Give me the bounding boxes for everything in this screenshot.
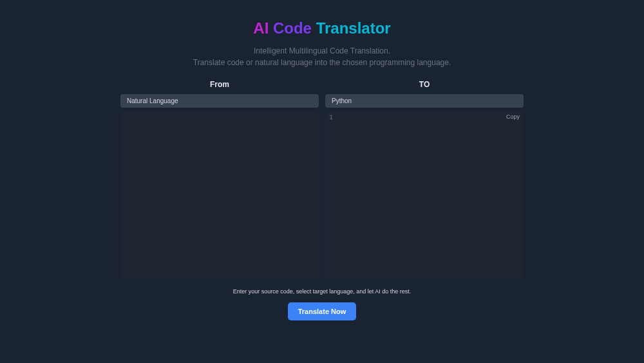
page-title: AI Code Translator bbox=[253, 19, 390, 37]
subtitle-line1: Intelligent Multilingual Code Translatio… bbox=[193, 45, 451, 57]
from-panel: From Natural Language bbox=[120, 80, 319, 279]
main-container: AI Code Translator Intelligent Multiling… bbox=[0, 0, 644, 320]
title-translator: Translator bbox=[316, 19, 391, 37]
title-code: Code bbox=[273, 19, 312, 37]
panels-container: From Natural Language TO Python 1 Copy bbox=[120, 80, 524, 279]
subtitle: Intelligent Multilingual Code Translatio… bbox=[193, 45, 451, 68]
footer-instruction: Enter your source code, select target la… bbox=[233, 288, 412, 295]
from-label: From bbox=[120, 80, 319, 89]
from-editor bbox=[120, 112, 319, 279]
to-editor: 1 Copy bbox=[325, 112, 524, 279]
to-label: TO bbox=[325, 80, 524, 89]
to-panel: TO Python 1 Copy bbox=[325, 80, 524, 279]
title-ai: AI bbox=[253, 19, 269, 37]
line-number: 1 bbox=[329, 114, 333, 121]
subtitle-line2: Translate code or natural language into … bbox=[193, 57, 451, 68]
copy-button[interactable]: Copy bbox=[506, 113, 520, 120]
to-language-select[interactable]: Python bbox=[325, 94, 524, 108]
translate-button[interactable]: Translate Now bbox=[288, 302, 357, 320]
from-input[interactable] bbox=[124, 114, 315, 277]
from-language-select[interactable]: Natural Language bbox=[120, 94, 319, 108]
